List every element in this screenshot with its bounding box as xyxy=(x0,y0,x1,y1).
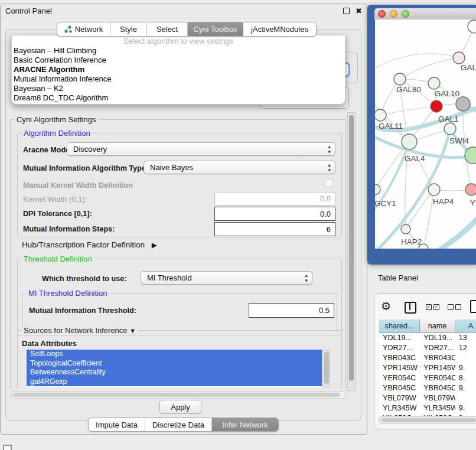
data-attribute-item[interactable]: BetweennessCentrality xyxy=(27,368,322,377)
table-row[interactable]: YLR345WYLR345W9. xyxy=(379,403,476,413)
tab-network[interactable]: Network xyxy=(57,22,110,36)
mi-steps-field[interactable]: 6 xyxy=(214,222,335,236)
network-window-titlebar[interactable] xyxy=(374,8,476,20)
table-cell[interactable]: YBL079W xyxy=(379,393,420,403)
attributes-list-scrollbar[interactable] xyxy=(322,350,330,387)
network-node[interactable] xyxy=(456,97,470,111)
network-node-gal1[interactable] xyxy=(431,100,442,112)
settings-horizontal-scrollbar[interactable] xyxy=(11,391,345,399)
table-cell[interactable]: YBL079W xyxy=(420,393,455,403)
data-attributes-list[interactable]: SelfLoopsTopologicalCoefficientBetweenne… xyxy=(27,350,322,387)
table-row[interactable]: YDR27...YDR27...12 xyxy=(379,343,476,353)
close-panel-icon[interactable]: ✖ xyxy=(356,7,362,15)
control-panel-titlebar[interactable]: Control Panel ✖ xyxy=(1,4,367,18)
unselect-all-columns-icon[interactable] xyxy=(448,304,461,310)
table-cell[interactable]: YBR043C xyxy=(379,353,420,363)
table-row[interactable]: YBL079WYBL079W xyxy=(379,393,476,403)
table-cell[interactable] xyxy=(455,353,476,363)
data-attribute-item[interactable]: TopologicalCoefficient xyxy=(27,359,322,369)
table-row[interactable]: YBR045CYBR045C9. xyxy=(379,383,476,393)
data-attribute-item[interactable]: SelfLoops xyxy=(27,350,322,359)
tab-jactivemnodules[interactable]: jActiveMNodules xyxy=(243,22,316,36)
apply-button[interactable]: Apply xyxy=(159,400,201,414)
network-node-gal80[interactable] xyxy=(394,73,406,85)
network-node[interactable] xyxy=(468,20,476,33)
new-table-icon[interactable] xyxy=(470,300,476,313)
which-threshold-combo[interactable]: MI Threshold ▴▾ xyxy=(141,271,312,285)
table-cell[interactable]: 12 xyxy=(455,343,476,353)
expand-arrow-icon[interactable]: ▶ xyxy=(152,241,157,249)
dpi-tolerance-field[interactable]: 0.0 xyxy=(214,207,335,221)
aracne-mode-combo[interactable]: Discovery ▴▾ xyxy=(67,142,335,156)
gear-icon[interactable]: ⚙ xyxy=(381,301,391,312)
column-header[interactable]: A xyxy=(455,319,476,333)
tab-style[interactable]: Style xyxy=(110,22,147,36)
network-node-gal7[interactable] xyxy=(453,52,465,64)
network-graph[interactable]: GAL7GAL80GAL10GAL1GAL11SWI4GAL4GCY1HAP4Y… xyxy=(375,19,476,249)
collapse-arrow-icon[interactable]: ▼ xyxy=(129,327,136,334)
network-edge[interactable] xyxy=(375,54,459,69)
table-horizontal-scrollbar[interactable] xyxy=(379,416,476,424)
table-row[interactable]: YPR145WYPR145W9. xyxy=(379,363,476,373)
table-cell[interactable]: YPR145W xyxy=(420,363,455,373)
mi-threshold-field[interactable]: 0.5 xyxy=(249,303,334,318)
table-cell[interactable]: 8. xyxy=(455,373,476,383)
table-cell[interactable]: 9 xyxy=(455,413,476,416)
tab-discretize-data[interactable]: Discretize Data xyxy=(145,418,212,431)
network-node-swi4[interactable] xyxy=(444,123,456,135)
table-cell[interactable]: 13 xyxy=(455,333,476,343)
table-cell[interactable]: YBR045C xyxy=(379,383,420,393)
table-cell[interactable]: YIL052C xyxy=(379,413,420,416)
zoom-window-icon[interactable] xyxy=(402,10,409,18)
table-cell[interactable]: YLR345W xyxy=(379,403,420,413)
algorithm-option[interactable]: Mutual Information Inference xyxy=(12,74,345,84)
network-edge[interactable] xyxy=(400,58,459,79)
table-cell[interactable]: YER054C xyxy=(379,373,420,383)
table-cell[interactable]: YPR145W xyxy=(379,363,420,373)
table-cell[interactable]: YBR043C xyxy=(420,353,455,363)
column-header[interactable]: shared... xyxy=(379,319,420,333)
algorithm-option[interactable]: Basic Correlation Inference xyxy=(12,56,345,65)
network-node-y[interactable] xyxy=(465,184,476,195)
column-header[interactable]: name xyxy=(420,319,455,333)
select-all-columns-icon[interactable]: ✓✓ xyxy=(426,304,439,310)
network-node-gal11[interactable] xyxy=(375,109,386,121)
network-edge-thick[interactable] xyxy=(429,216,476,249)
algorithm-option[interactable]: Bayesian – K2 xyxy=(12,84,345,93)
network-node-gcy1[interactable] xyxy=(375,184,380,195)
table-cell[interactable] xyxy=(455,393,476,403)
kernel-width-field[interactable]: 0.0 xyxy=(214,192,335,206)
close-window-icon[interactable] xyxy=(378,10,386,18)
table-row[interactable]: YIL052CYIL052C9 xyxy=(379,413,476,416)
node-table[interactable]: shared...nameAYDL19...YDL19...13YDR27...… xyxy=(379,319,476,416)
tab-infer-network[interactable]: Infer Network xyxy=(212,418,278,431)
network-node-gal4[interactable] xyxy=(402,134,417,149)
table-cell[interactable]: YBR045C xyxy=(420,383,455,393)
table-cell[interactable]: YDR27... xyxy=(379,343,420,353)
table-cell[interactable]: YDL19... xyxy=(420,333,455,343)
network-edge[interactable] xyxy=(380,106,436,115)
settings-vertical-scrollbar[interactable] xyxy=(347,112,356,391)
data-attribute-item[interactable]: gal4RGexp xyxy=(27,377,322,387)
minimize-window-icon[interactable] xyxy=(390,10,397,18)
manual-kernel-width-checkbox[interactable] xyxy=(325,179,333,187)
table-row[interactable]: YDL19...YDL19...13 xyxy=(379,333,476,343)
table-row[interactable]: YBR043CYBR043C xyxy=(379,353,476,363)
table-cell[interactable]: YDL19... xyxy=(379,333,420,343)
table-cell[interactable]: YLR345W xyxy=(420,403,455,413)
tab-impute-data[interactable]: Impute Data xyxy=(89,418,145,431)
table-cell[interactable]: 9. xyxy=(455,363,476,373)
table-cell[interactable]: YER054C xyxy=(420,373,455,383)
float-panel-icon[interactable] xyxy=(343,8,350,14)
table-cell[interactable]: 9. xyxy=(455,403,476,413)
panel-corner-button[interactable] xyxy=(3,445,12,450)
mi-algorithm-type-combo[interactable]: Naive Bayes ▴▾ xyxy=(144,161,335,174)
table-cell[interactable]: 9. xyxy=(455,383,476,393)
network-canvas[interactable]: GAL7GAL80GAL10GAL1GAL11SWI4GAL4GCY1HAP4Y… xyxy=(375,19,476,249)
table-cell[interactable]: YDR27... xyxy=(420,343,455,353)
columns-icon[interactable] xyxy=(405,302,416,314)
algorithm-option[interactable]: Bayesian – Hill Climbing xyxy=(12,46,345,56)
sources-group-title[interactable]: Sources for Network Inference ▼ xyxy=(21,326,138,335)
network-view-frame[interactable]: GAL7GAL80GAL10GAL1GAL11SWI4GAL4GCY1HAP4Y… xyxy=(367,5,476,265)
network-node-hap4[interactable] xyxy=(428,184,440,195)
